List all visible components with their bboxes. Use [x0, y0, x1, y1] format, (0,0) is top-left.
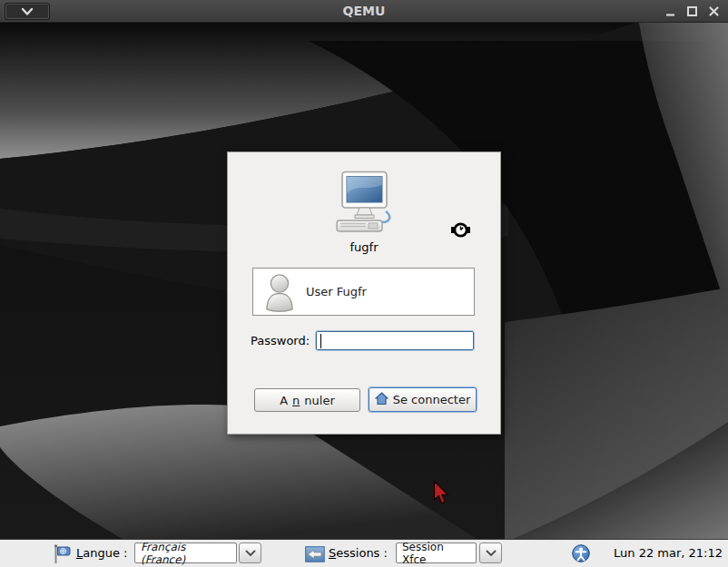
language-label-rest: angue : — [83, 546, 127, 560]
titlebar: QEMU — [0, 0, 728, 23]
login-panel: Langue : Français (France) Sessions : Se… — [0, 539, 728, 567]
flag-icon — [53, 544, 72, 567]
language-dropdown-button[interactable] — [239, 543, 261, 563]
chevron-down-icon — [486, 550, 497, 557]
text-caret — [320, 334, 321, 348]
language-combo[interactable]: Français (France) — [134, 543, 237, 563]
home-icon — [375, 392, 389, 408]
login-button[interactable]: Se connecter — [369, 387, 477, 412]
password-label: Password: — [251, 334, 310, 347]
minimize-icon[interactable] — [664, 5, 677, 18]
language-value: Français (France) — [141, 541, 231, 566]
watch-cursor-icon — [451, 221, 470, 242]
cancel-label-pre: A — [280, 394, 288, 407]
cancel-button[interactable]: Annuler — [254, 388, 360, 412]
password-input[interactable] — [320, 333, 470, 348]
computer-icon — [333, 171, 395, 238]
session-dropdown-button[interactable] — [479, 543, 502, 563]
maximize-icon[interactable] — [685, 5, 699, 18]
cancel-label-mnemonic: n — [292, 394, 300, 407]
session-value: Session Xfce — [402, 541, 470, 566]
hostname: fugfr — [228, 240, 500, 254]
window-controls — [664, 0, 721, 23]
language-label: Langue : — [76, 540, 127, 567]
window-title: QEMU — [0, 0, 728, 23]
close-icon[interactable] — [707, 5, 721, 18]
login-dialog: fugfr User Fugfr Password: — [227, 152, 501, 435]
red-arrow-cursor-icon — [433, 480, 449, 509]
avatar-icon — [262, 272, 297, 316]
back-arrow-icon — [305, 545, 325, 567]
chevron-down-icon — [245, 550, 256, 557]
session-combo[interactable]: Session Xfce — [396, 543, 477, 563]
password-field — [315, 330, 475, 351]
sessions-label-rest: essions : — [336, 546, 388, 560]
qemu-window: QEMU — [0, 0, 728, 567]
sessions-label: Sessions : — [329, 540, 388, 567]
user-display-name: User Fugfr — [306, 269, 367, 315]
clock: Lun 22 mar, 21:12 — [614, 540, 723, 567]
accessibility-icon[interactable] — [572, 544, 590, 566]
cancel-label-post: nuler — [304, 394, 334, 407]
login-button-label: Se connecter — [393, 393, 471, 406]
user-list-item[interactable]: User Fugfr — [252, 268, 475, 316]
